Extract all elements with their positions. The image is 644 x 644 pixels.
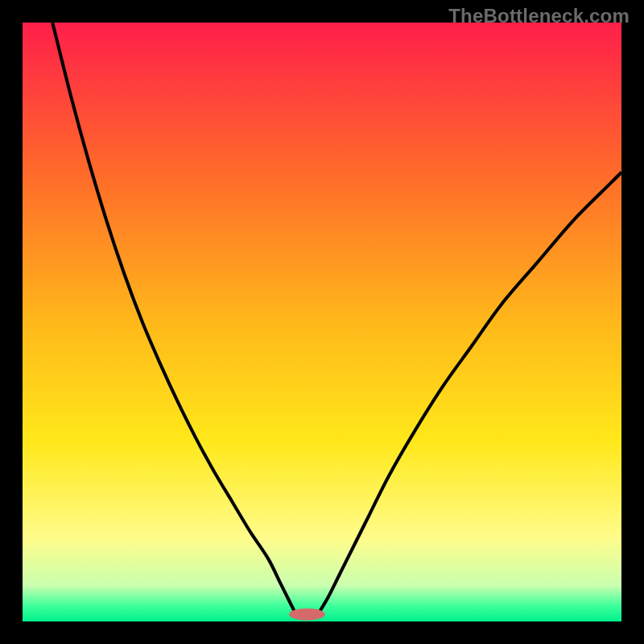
gradient-background (23, 23, 621, 621)
minimum-marker (289, 609, 325, 621)
bottleneck-chart (23, 23, 621, 621)
chart-container: TheBottleneck.com (0, 0, 644, 644)
plot-area (23, 23, 621, 621)
